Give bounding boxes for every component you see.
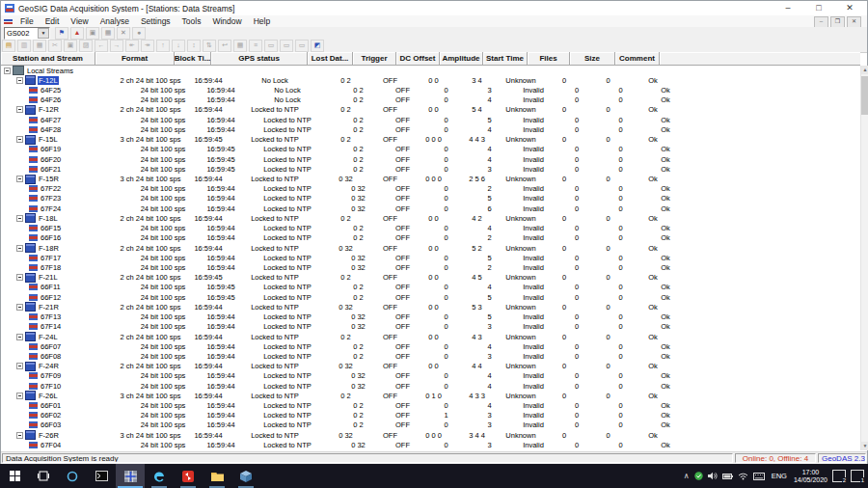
tree-row-root[interactable]: Local Streams bbox=[1, 66, 860, 75]
window-switcher-tray-icon[interactable]: 2 bbox=[832, 470, 846, 482]
scroll-up-button[interactable]: ▲ bbox=[861, 66, 868, 74]
tree-row-66f07[interactable]: 66F0724 bit 100 sps16:59:44Locked to NTP… bbox=[1, 341, 860, 351]
tree-row-f-24r[interactable]: F-24R2 ch 24 bit 100 sps16:59:44Locked t… bbox=[1, 362, 860, 371]
column-header-comment[interactable]: Comment bbox=[615, 52, 660, 66]
tree-row-64f28[interactable]: 64F2824 bit 100 sps16:59:44Locked to NTP… bbox=[1, 124, 860, 134]
column-header-lost-dat[interactable]: Lost Dat... bbox=[308, 52, 353, 66]
collapse-expander-icon[interactable] bbox=[16, 334, 23, 340]
collapse-expander-icon[interactable] bbox=[16, 245, 23, 252]
close-button[interactable]: ✕ bbox=[834, 1, 865, 15]
column-header-size[interactable]: Size bbox=[570, 52, 615, 66]
undo-icon[interactable]: ↩ bbox=[218, 40, 231, 52]
taskbar-item-virtualbox[interactable] bbox=[231, 464, 260, 488]
open-icon[interactable]: ▤ bbox=[2, 40, 15, 52]
tree-row-67f23[interactable]: 67F2324 bit 100 sps16:59:44Locked to NTP… bbox=[1, 194, 860, 203]
tree-row-64f27[interactable]: 64F2724 bit 100 sps16:59:44Locked to NTP… bbox=[1, 115, 860, 124]
tree-row-67f09[interactable]: 67F0924 bit 100 sps16:59:44Locked to NTP… bbox=[1, 371, 860, 381]
menu-item-file[interactable]: File bbox=[14, 15, 40, 27]
tree-row-f-24l[interactable]: F-24L2 ch 24 bit 100 sps16:59:44Locked t… bbox=[1, 332, 860, 341]
hidden-icons-chevron[interactable]: ∧ bbox=[684, 472, 690, 480]
taskbar-item-remote-app[interactable] bbox=[174, 464, 203, 488]
taskbar-item-file-explorer[interactable] bbox=[203, 464, 231, 488]
network-icon[interactable] bbox=[738, 472, 748, 480]
taskbar-item-geodas[interactable] bbox=[116, 464, 145, 488]
column-header-amplitude[interactable]: Amplitude bbox=[440, 52, 483, 66]
arrow-up-icon[interactable]: ↑ bbox=[156, 40, 170, 52]
collapse-vertical-icon[interactable]: ⇅ bbox=[203, 40, 216, 52]
record-icon[interactable]: ● bbox=[132, 27, 146, 40]
tree-row-f-12r[interactable]: F-12R2 ch 24 bit 100 sps16:59:44Locked t… bbox=[1, 105, 860, 115]
menu-item-help[interactable]: Help bbox=[248, 15, 276, 27]
cut-icon[interactable]: ✂ bbox=[48, 40, 62, 52]
tree-row-66f03[interactable]: 66F0324 bit 100 sps16:59:44Locked to NTP… bbox=[1, 420, 860, 430]
menu-item-settings[interactable]: Settings bbox=[135, 15, 176, 27]
cortana-button[interactable] bbox=[58, 464, 87, 488]
column-header-block-ti[interactable]: Block Ti... bbox=[175, 52, 211, 66]
collapse-expander-icon[interactable] bbox=[16, 106, 23, 113]
tree-row-67f24[interactable]: 67F2424 bit 100 sps16:59:44Locked to NTP… bbox=[1, 203, 860, 213]
action-center-icon[interactable]: 1 bbox=[851, 470, 864, 482]
arrow-right-icon[interactable]: → bbox=[110, 40, 123, 52]
expand-vertical-icon[interactable]: ↕ bbox=[187, 40, 201, 52]
table-grid-icon[interactable]: ▦ bbox=[233, 40, 247, 52]
column-header-start-time[interactable]: Start Time bbox=[483, 52, 528, 66]
tree-row-66f08[interactable]: 66F0824 bit 100 sps16:59:44Locked to NTP… bbox=[1, 351, 860, 361]
window-layout-3-icon[interactable]: ▭ bbox=[295, 40, 309, 52]
table-rows-icon[interactable]: ≡ bbox=[249, 40, 262, 52]
tree-row-66f02[interactable]: 66F0224 bit 100 sps16:59:44Locked to NTP… bbox=[1, 411, 860, 420]
column-header-gps-status[interactable]: GPS status bbox=[211, 52, 308, 66]
tree-row-67f17[interactable]: 67F1724 bit 100 sps16:59:44Locked to NTP… bbox=[1, 253, 860, 262]
task-view-button[interactable] bbox=[29, 464, 58, 488]
menu-item-analyse[interactable]: Analyse bbox=[95, 15, 135, 27]
tree-row-66f19[interactable]: 66F1924 bit 100 sps16:59:45Locked to NTP… bbox=[1, 145, 860, 154]
tree-row-67f10[interactable]: 67F1024 bit 100 sps16:59:44Locked to NTP… bbox=[1, 381, 860, 391]
tree-row-67f14[interactable]: 67F1424 bit 100 sps16:59:44Locked to NTP… bbox=[1, 322, 860, 332]
menu-item-tools[interactable]: Tools bbox=[176, 15, 207, 27]
antivirus-icon[interactable] bbox=[694, 472, 703, 480]
tree-row-f-21r[interactable]: F-21R2 ch 24 bit 100 sps16:59:44Locked t… bbox=[1, 302, 860, 312]
tools-icon[interactable]: ✕ bbox=[117, 27, 130, 40]
collapse-expander-icon[interactable] bbox=[16, 77, 23, 84]
monitor-icon[interactable]: ▲ bbox=[70, 27, 84, 40]
scroll-down-button[interactable]: ▼ bbox=[861, 442, 868, 450]
schedule-icon[interactable]: ▣ bbox=[86, 27, 99, 40]
tree-row-f-15r[interactable]: F-15R3 ch 24 bit 100 sps16:59:44Locked t… bbox=[1, 174, 860, 183]
arrow-last-icon[interactable]: ↠ bbox=[141, 40, 154, 52]
collapse-expander-icon[interactable] bbox=[16, 393, 23, 399]
menu-item-view[interactable]: View bbox=[65, 15, 94, 27]
chart-icon[interactable]: ◩ bbox=[311, 40, 324, 52]
chevron-down-icon[interactable]: ▼ bbox=[38, 28, 49, 39]
collapse-expander-icon[interactable] bbox=[16, 136, 23, 143]
acquisition-flag-icon[interactable]: ⚑ bbox=[55, 27, 68, 40]
taskbar-item-edge[interactable] bbox=[145, 464, 174, 488]
command-prompt-button[interactable] bbox=[87, 464, 116, 488]
language-indicator[interactable]: ENG bbox=[770, 472, 789, 480]
tree-row-64f25[interactable]: 64F2524 bit 100 sps16:59:44No Lock0 2OFF… bbox=[1, 85, 860, 95]
touch-keyboard-icon[interactable] bbox=[753, 473, 765, 480]
collapse-expander-icon[interactable] bbox=[16, 432, 23, 439]
column-header-format[interactable]: Format bbox=[95, 52, 175, 66]
tree-row-67f22[interactable]: 67F2224 bit 100 sps16:59:44Locked to NTP… bbox=[1, 184, 860, 194]
paste-icon[interactable]: ▨ bbox=[79, 40, 93, 52]
tree-row-66f12[interactable]: 66F1224 bit 100 sps16:59:45Locked to NTP… bbox=[1, 292, 860, 302]
minimize-button[interactable]: – bbox=[773, 1, 803, 15]
tree-row-67f04[interactable]: 67F0424 bit 100 sps16:59:44Locked to NTP… bbox=[1, 440, 860, 449]
column-header-station-and-stream[interactable]: Station and Stream bbox=[1, 52, 95, 66]
taskbar-clock[interactable]: 17:00 14/05/2020 bbox=[794, 469, 827, 484]
collapse-expander-icon[interactable] bbox=[16, 363, 23, 369]
tree-row-f-15l[interactable]: F-15L3 ch 24 bit 100 sps16:59:45Locked t… bbox=[1, 135, 860, 145]
column-header-files[interactable]: Files bbox=[528, 52, 570, 66]
battery-icon[interactable] bbox=[722, 473, 733, 480]
collapse-expander-icon[interactable] bbox=[16, 304, 23, 311]
tree-row-67f18[interactable]: 67F1824 bit 100 sps16:59:44Locked to NTP… bbox=[1, 262, 860, 272]
collapse-expander-icon[interactable] bbox=[4, 68, 11, 74]
tree-row-f-18r[interactable]: F-18R2 ch 24 bit 100 sps16:59:44Locked t… bbox=[1, 243, 860, 253]
tree-row-f-21l[interactable]: F-21L2 ch 24 bit 100 sps16:59:45Locked t… bbox=[1, 273, 860, 283]
start-button[interactable] bbox=[0, 464, 29, 488]
arrow-down-icon[interactable]: ↓ bbox=[172, 40, 185, 52]
tree-row-f-26l[interactable]: F-26L3 ch 24 bit 100 sps16:59:44Locked t… bbox=[1, 391, 860, 400]
tree-row-66f01[interactable]: 66F0124 bit 100 sps16:59:44Locked to NTP… bbox=[1, 400, 860, 410]
collapse-expander-icon[interactable] bbox=[16, 176, 23, 182]
menu-item-window[interactable]: Window bbox=[206, 15, 247, 27]
copy-icon[interactable]: ▣ bbox=[64, 40, 77, 52]
